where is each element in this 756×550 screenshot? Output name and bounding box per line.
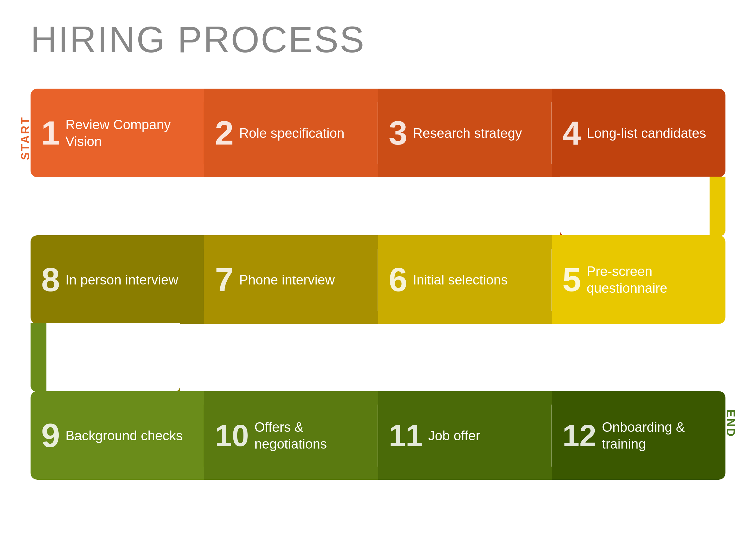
step-2: 2 Role specification <box>204 89 378 177</box>
step-8: 8 In person interview <box>31 235 204 324</box>
step-10-text: Offers & negotiations <box>254 419 367 452</box>
step-11-number: 11 <box>389 420 423 451</box>
step-1: 1 Review Company Vision <box>31 89 204 177</box>
page-title: HIRING PROCESS <box>31 18 365 60</box>
step-12-number: 12 <box>562 420 596 451</box>
step-3-number: 3 <box>389 116 407 150</box>
connector-right <box>560 177 725 236</box>
step-8-number: 8 <box>41 263 60 297</box>
step-6: 6 Initial selections <box>378 235 552 324</box>
step-12-text: Onboarding & training <box>602 419 715 452</box>
step-12: 12 Onboarding & training <box>552 391 725 480</box>
step-4-text: Long-list candidates <box>586 125 706 141</box>
step-1-text: Review Company Vision <box>65 116 194 150</box>
step-6-number: 6 <box>389 263 407 297</box>
step-10-number: 10 <box>215 420 249 451</box>
step-5-text: Pre-screen questionnaire <box>586 263 715 297</box>
step-4-number: 4 <box>562 116 581 150</box>
step-11-text: Job offer <box>428 427 480 444</box>
step-8-text: In person interview <box>65 271 178 288</box>
yellow-connector-right <box>710 177 725 236</box>
row1: 1 Review Company Vision 2 Role specifica… <box>31 89 725 177</box>
end-label: END <box>724 410 737 438</box>
step-9-text: Background checks <box>65 427 183 444</box>
step-3-text: Research strategy <box>413 125 522 141</box>
step-6-text: Initial selections <box>413 271 508 288</box>
step-2-number: 2 <box>215 116 234 150</box>
row3: 9 Background checks 10 Offers & negotiat… <box>31 391 725 480</box>
start-label: START <box>19 116 32 160</box>
step-7-text: Phone interview <box>239 271 335 288</box>
step-7-number: 7 <box>215 263 234 297</box>
step-11: 11 Job offer <box>378 391 552 480</box>
step-9: 9 Background checks <box>31 391 204 480</box>
connector-left <box>31 323 180 392</box>
step-5-number: 5 <box>562 263 581 297</box>
step-3: 3 Research strategy <box>378 89 552 177</box>
step-9-number: 9 <box>41 419 60 452</box>
step-4: 4 Long-list candidates <box>552 89 725 177</box>
step-1-number: 1 <box>41 116 60 150</box>
step-5: 5 Pre-screen questionnaire <box>552 235 725 324</box>
step-7: 7 Phone interview <box>204 235 378 324</box>
row2: 8 In person interview 7 Phone interview … <box>31 235 725 324</box>
step-2-text: Role specification <box>239 125 345 141</box>
step-10: 10 Offers & negotiations <box>204 391 378 480</box>
green-connector-left <box>31 323 46 392</box>
